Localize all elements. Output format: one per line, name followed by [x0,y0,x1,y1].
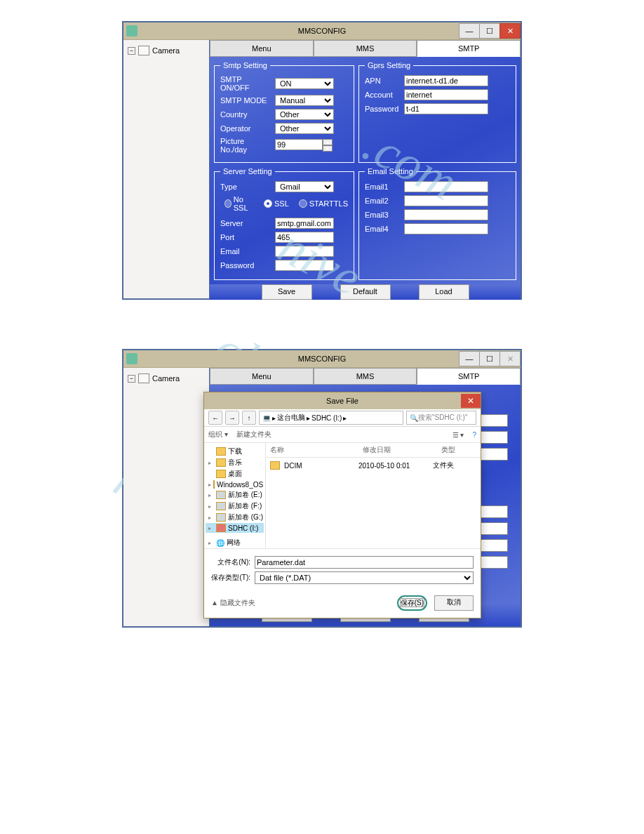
select-type[interactable]: Gmail [275,181,334,192]
legend-email: Email Setting [365,167,416,176]
input-apn[interactable] [404,75,488,86]
input-email1[interactable] [404,181,488,192]
maximize-button[interactable]: ☐ [479,23,500,39]
tab-mms[interactable]: MMS [314,40,417,57]
input-email2[interactable] [404,195,488,206]
sidebar-item-camera[interactable]: − Camera [128,46,205,55]
spinner-down-icon[interactable]: ▼ [323,145,333,152]
button-bar: Save Default Load [210,284,521,300]
save-file-dialog: Save File ✕ ← → ↑ 💻 ▸ 这台电脑 ▸ SDHC (I:) ▸… [203,392,481,618]
select-operator[interactable]: Other [275,123,334,134]
dialog-toolbar: 组织 ▾ 新建文件夹 ☰ ▾ ? [204,427,481,443]
minimize-button[interactable]: — [459,351,480,366]
tree-sdhc[interactable]: ▸SDHC (I:) [206,523,264,533]
close-button-disabled: ✕ [499,351,521,366]
input-filename[interactable] [255,556,474,569]
dialog-title: Save File [326,397,358,405]
tree-desktop[interactable]: 桌面 [206,468,264,479]
search-input[interactable]: 🔍 搜索"SDHC (I:)" [406,411,476,425]
list-item[interactable]: DCIM 2010-05-10 0:01 文件夹 [266,458,481,473]
label-email4: Email4 [365,225,400,233]
dialog-cancel-button[interactable]: 取消 [434,595,474,611]
folder-icon [216,470,226,478]
radio-nossl[interactable]: No SSL [224,195,254,212]
nav-back-button[interactable]: ← [208,411,222,425]
col-type[interactable]: 类型 [437,443,481,457]
tab-smtp[interactable]: SMTP [417,40,521,57]
input-account[interactable] [404,89,488,100]
network-icon: 🌐 [216,539,224,547]
dialog-save-button[interactable]: 保存(S) [400,598,424,607]
dialog-close-button[interactable]: ✕ [461,394,481,408]
group-email-setting: Email Setting Email1 Email2 Email3 Email… [358,167,516,280]
select-filetype[interactable]: Dat file (*.DAT) [255,571,474,584]
input-server[interactable] [275,218,334,229]
label-country: Country [220,110,271,119]
folder-icon [216,447,226,456]
organize-button[interactable]: 组织 ▾ [208,430,228,439]
radio-group-ssl: No SSL SSL STARTTLS [224,195,348,212]
new-folder-button[interactable]: 新建文件夹 [236,430,271,439]
nav-up-button[interactable]: ↑ [242,411,256,425]
tree-winos[interactable]: ▸Windows8_OS ( [206,479,264,489]
tab-menu[interactable]: Menu [210,368,314,385]
drive-icon [216,491,226,499]
tree-expand-icon[interactable]: − [128,375,135,383]
view-button[interactable]: ☰ ▾ [452,431,464,439]
app-icon [126,353,137,364]
help-icon[interactable]: ? [472,431,476,439]
tree-volf[interactable]: ▸新加卷 (F:) [206,501,264,512]
minimize-button[interactable]: — [459,23,480,39]
maximize-button[interactable]: ☐ [479,351,500,366]
input-gprs-password[interactable] [404,103,488,114]
drive-icon [216,513,226,522]
label-picno: Picture No./day [220,137,271,154]
sidebar: − Camera [123,368,210,626]
input-email3[interactable] [404,209,488,220]
camera-icon [138,373,149,383]
tree-downloads[interactable]: 下载 [206,446,264,457]
legend-smtp: Smtp Setting [220,61,270,70]
sidebar-item-label: Camera [152,46,180,55]
select-smtp-mode[interactable]: Manual [275,95,334,106]
tab-mms[interactable]: MMS [314,368,417,385]
breadcrumb[interactable]: 💻 ▸ 这台电脑 ▸ SDHC (I:) ▸ [259,411,403,425]
folder-icon [270,461,280,470]
hide-folders-link[interactable]: ▲ 隐藏文件夹 [211,598,255,608]
load-button[interactable]: Load [419,284,469,300]
input-srv-password[interactable] [275,260,334,271]
close-button[interactable]: ✕ [499,23,521,39]
tree-vole[interactable]: ▸新加卷 (E:) [206,489,264,501]
tab-smtp[interactable]: SMTP [417,368,521,385]
tree-volg[interactable]: ▸新加卷 (G:) [206,512,264,523]
tree-expand-icon[interactable]: − [128,47,135,55]
col-name[interactable]: 名称 [266,443,358,457]
camera-icon [138,46,149,55]
radio-ssl[interactable]: SSL [264,195,289,212]
input-email[interactable] [275,246,334,257]
select-smtp-onoff[interactable]: ON [275,78,334,89]
radio-starttls[interactable]: STARTTLS [299,195,348,212]
label-filetype: 保存类型(T): [211,573,250,583]
tree-music[interactable]: ▸音乐 [206,457,264,468]
save-button[interactable]: Save [262,284,312,300]
app-icon [126,25,137,37]
spinner-up-icon[interactable]: ▲ [323,139,333,145]
select-country[interactable]: Other [275,109,334,120]
sidebar-item-camera[interactable]: − Camera [128,373,205,383]
input-port[interactable] [275,232,334,243]
folder-icon [216,458,226,467]
default-button[interactable]: Default [340,284,391,300]
label-srv-password: Password [220,261,271,270]
tree-network[interactable]: ▸🌐网络 [206,537,264,548]
spinner-picno[interactable]: ▲▼ [275,139,333,152]
titlebar: MMSCONFIG — ☐ ✕ [123,22,521,40]
col-date[interactable]: 修改日期 [358,443,437,457]
input-picno[interactable] [275,139,323,150]
tab-menu[interactable]: Menu [210,40,314,57]
nav-fwd-button[interactable]: → [225,411,239,425]
label-email2: Email2 [365,197,400,205]
input-email4[interactable] [404,223,488,234]
label-account: Account [365,91,400,99]
label-smtp-onoff: SMTP ON/OFF [220,75,271,92]
